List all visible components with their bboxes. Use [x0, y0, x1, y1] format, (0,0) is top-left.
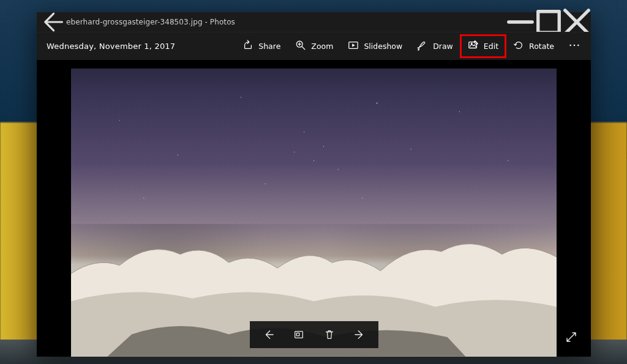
- edit-button[interactable]: Edit: [462, 36, 505, 56]
- date-label: Wednesday, November 1, 2017: [47, 42, 234, 51]
- delete-button[interactable]: [315, 321, 344, 348]
- draw-icon: [417, 40, 428, 53]
- slideshow-icon: [348, 40, 359, 53]
- svg-rect-8: [295, 332, 302, 338]
- back-button[interactable]: [37, 12, 65, 32]
- more-button[interactable]: [563, 36, 581, 56]
- slideshow-label: Slideshow: [364, 42, 402, 51]
- svg-point-5: [569, 45, 571, 46]
- zoom-button[interactable]: Zoom: [289, 36, 339, 56]
- edit-label: Edit: [484, 42, 498, 51]
- next-button[interactable]: [345, 321, 375, 348]
- minimize-button[interactable]: [506, 12, 535, 32]
- titlebar: eberhard-grossgasteiger-348503.jpg - Pho…: [37, 12, 591, 32]
- svg-rect-9: [296, 333, 299, 336]
- svg-point-6: [574, 45, 576, 46]
- maximize-button[interactable]: [535, 12, 563, 32]
- zoom-label: Zoom: [311, 42, 333, 51]
- slideshow-button[interactable]: Slideshow: [342, 36, 408, 56]
- previous-button[interactable]: [253, 321, 283, 348]
- photos-app-window: eberhard-grossgasteiger-348503.jpg - Pho…: [37, 12, 591, 357]
- edit-icon: [468, 40, 479, 53]
- bottom-action-bar: [250, 321, 378, 348]
- displayed-image: [71, 69, 557, 357]
- window-title: eberhard-grossgasteiger-348503.jpg - Pho…: [65, 18, 506, 26]
- more-icon: [569, 40, 580, 53]
- rotate-icon: [513, 40, 524, 53]
- toolbar: Wednesday, November 1, 2017 Share Zoom S…: [37, 32, 591, 60]
- rotate-label: Rotate: [529, 42, 554, 51]
- rotate-button[interactable]: Rotate: [507, 36, 560, 56]
- image-viewport: [37, 60, 591, 357]
- share-label: Share: [258, 42, 280, 51]
- zoom-icon: [295, 40, 306, 53]
- draw-button[interactable]: Draw: [411, 36, 459, 56]
- svg-point-4: [471, 43, 472, 44]
- svg-point-7: [577, 45, 579, 46]
- add-to-creation-button[interactable]: [284, 321, 314, 348]
- fullscreen-button[interactable]: [560, 326, 582, 348]
- draw-label: Draw: [433, 42, 453, 51]
- share-button[interactable]: Share: [236, 36, 287, 56]
- share-icon: [242, 40, 253, 53]
- close-button[interactable]: [563, 12, 591, 32]
- svg-rect-0: [538, 12, 560, 33]
